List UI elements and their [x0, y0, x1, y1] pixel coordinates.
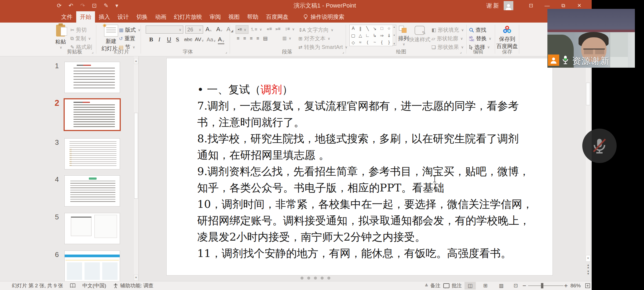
ribbon-tab[interactable]: 切换 [133, 11, 151, 23]
replace-button[interactable]: ab⤷ac 替换∨ [469, 35, 491, 42]
ribbon-tab[interactable]: 幻灯片放映 [170, 11, 206, 23]
ribbon-tab[interactable]: 插入 [95, 11, 114, 23]
shape-icon[interactable]: ~ [374, 40, 376, 45]
tell-me-search[interactable]: 操作说明搜索 [303, 11, 344, 23]
line-spacing-button[interactable]: ↕≡∨ [285, 26, 295, 32]
normal-view-icon[interactable]: ◫ [464, 282, 476, 289]
font-size-combo[interactable]: 26∨ [185, 26, 203, 34]
italic-button[interactable]: I [158, 36, 160, 43]
underline-button[interactable]: U [167, 36, 171, 43]
shape-icon[interactable]: ≈ [359, 40, 362, 45]
shape-icon[interactable]: □ [380, 26, 383, 31]
shape-icon[interactable]: ╲ [366, 26, 369, 31]
arrange-button[interactable]: 排列∨ [398, 26, 409, 46]
zoom-out-button[interactable]: − [522, 281, 526, 290]
ribbon-tab[interactable]: 帮助 [243, 11, 262, 23]
strikethrough-button[interactable]: abc [184, 37, 192, 42]
zoom-level[interactable]: 86% [570, 281, 581, 290]
ribbon-tab[interactable]: 文件 [57, 11, 76, 23]
ribbon-display-options-icon[interactable]: ⊡ [523, 0, 539, 11]
ribbon-tab[interactable]: 百度网盘 [262, 11, 292, 23]
ribbon-tab[interactable]: 开始 [76, 11, 95, 23]
shape-icon[interactable]: ↘ [373, 26, 376, 31]
alignment-buttons[interactable]: ≡≡≡≡▤ [237, 35, 268, 41]
grow-font-button[interactable]: A˄ [206, 26, 212, 33]
thumbnail-scrollbar-thumb[interactable] [134, 113, 138, 199]
shape-icon[interactable]: ⇓ [387, 33, 391, 38]
clear-formatting-button[interactable]: A◢ [226, 26, 233, 33]
shape-icon[interactable]: ∥ [359, 26, 361, 31]
zoom-slider-track[interactable] [528, 285, 564, 286]
align-text-button[interactable]: ⊞对齐文本∨ [298, 35, 330, 42]
slideshow-view-icon[interactable]: ⊡ [510, 282, 521, 289]
copy-button[interactable]: ⧉复制∨ [70, 35, 91, 42]
spellcheck-icon[interactable] [70, 283, 75, 288]
find-button[interactable]: 查找 [469, 26, 486, 34]
ribbon-tab[interactable]: 设计 [114, 11, 133, 23]
font-color-button[interactable]: A∨ [218, 36, 224, 44]
ribbon-tab[interactable]: 审阅 [206, 11, 225, 23]
shape-icon[interactable]: △ [359, 33, 362, 38]
bold-button[interactable]: B [149, 36, 153, 43]
font-dialog-launcher-icon[interactable]: ⌟ [225, 50, 227, 54]
shape-fill-button[interactable]: ◧形状填充∨ [431, 26, 464, 34]
shape-icon[interactable]: ○ [388, 26, 390, 31]
shape-effects-button[interactable]: ❏形状效果∨ [431, 44, 464, 51]
thumbnail-scroll-down-icon[interactable]: ▼ [134, 275, 138, 281]
change-case-button[interactable]: Aa∨ [207, 37, 216, 43]
character-spacing-button[interactable]: AV∨ [195, 37, 204, 42]
zoom-in-button[interactable]: + [564, 281, 568, 290]
shape-icon[interactable]: ∟ [365, 33, 370, 38]
drawing-dialog-launcher-icon[interactable]: ⌟ [460, 50, 462, 54]
columns-button[interactable]: ▥∨ [282, 35, 291, 41]
fit-to-window-icon[interactable] [585, 281, 590, 290]
notes-toggle[interactable]: ≜备注 [425, 281, 441, 290]
reset-button[interactable]: ↺重置 [119, 35, 135, 42]
shrink-font-button[interactable]: A˅ [216, 26, 222, 33]
font-name-combo[interactable]: ∨ [146, 26, 183, 34]
shape-outline-button[interactable]: ▱形状轮廓∨ [431, 35, 463, 42]
decrease-indent-button[interactable]: «≡ [267, 26, 272, 32]
comments-toggle[interactable]: 批注 [443, 281, 462, 290]
new-slide-button[interactable]: 新建 幻灯片∨ [101, 25, 121, 52]
next-slide-button[interactable]: ▼▼ [586, 270, 590, 275]
cut-button[interactable]: ✂剪切 [70, 26, 87, 34]
increase-indent-button[interactable]: »≡ [275, 26, 280, 32]
layout-button[interactable]: ▦版式∨ [119, 26, 141, 34]
ribbon-tab[interactable]: 视图 [225, 11, 243, 23]
slide-text-box[interactable]: • 一、复试（调剂） 7.调剂，一志愿复试，复试流程官网都有，进一志愿的同学，看… [197, 81, 538, 262]
shape-icon[interactable]: ⇒ [380, 33, 383, 38]
slide-scroll-down-icon[interactable]: ▼ [586, 255, 590, 262]
paragraph-dialog-launcher-icon[interactable]: ⌟ [342, 50, 344, 54]
thumbnail-scroll-up-icon[interactable]: ▲ [134, 58, 138, 64]
shapes-gallery-scrollbar[interactable]: ▴▾▾̲ [392, 25, 396, 46]
shape-icon[interactable]: ◇ [352, 40, 355, 45]
account-name[interactable]: 谢新 [486, 2, 500, 9]
slide-scrollbar-thumb[interactable] [586, 83, 590, 105]
quick-styles-button[interactable]: 快速样式 [409, 26, 430, 43]
zoom-slider-thumb[interactable] [541, 283, 543, 288]
shape-icon[interactable]: { [381, 40, 382, 45]
shape-icon[interactable]: ( [367, 40, 368, 45]
shape-icon[interactable]: } [388, 40, 390, 45]
reading-view-icon[interactable]: ▥ [496, 282, 507, 289]
slide-indicator[interactable]: 幻灯片 第 2 张, 共 9 张 [12, 282, 63, 289]
shape-icon[interactable]: ▢ [351, 33, 355, 38]
microphone-muted-button[interactable] [582, 129, 617, 163]
shape-icon[interactable]: ↳ [373, 33, 376, 38]
shape-icon[interactable]: A [352, 26, 355, 31]
paste-button[interactable]: 粘贴 ∨ [55, 25, 66, 49]
slide[interactable]: • 一、复试（调剂） 7.调剂，一志愿复试，复试流程官网都有，进一志愿的同学，看… [166, 58, 553, 276]
text-shadow-button[interactable]: S [176, 36, 179, 43]
account-avatar-icon[interactable] [504, 1, 513, 10]
ribbon-tab[interactable]: 动画 [151, 11, 170, 23]
clipboard-dialog-launcher-icon[interactable]: ⌟ [92, 50, 94, 54]
text-direction-button[interactable]: ⇕A文字方向∨ [298, 26, 334, 34]
accessibility-status[interactable]: 辅助功能: 调查 [113, 282, 154, 289]
numbering-button[interactable]: ⒈≡∨ [250, 26, 262, 32]
previous-slide-button[interactable]: ▲▲ [586, 264, 590, 269]
language-indicator[interactable]: 中文(中国) [82, 282, 106, 289]
slide-sorter-icon[interactable]: ⊞ [480, 282, 491, 289]
bullets-button[interactable]: •≡ ∨ [236, 25, 248, 34]
save-to-baidu-button[interactable]: 保存到 百度网盘 [496, 25, 518, 50]
